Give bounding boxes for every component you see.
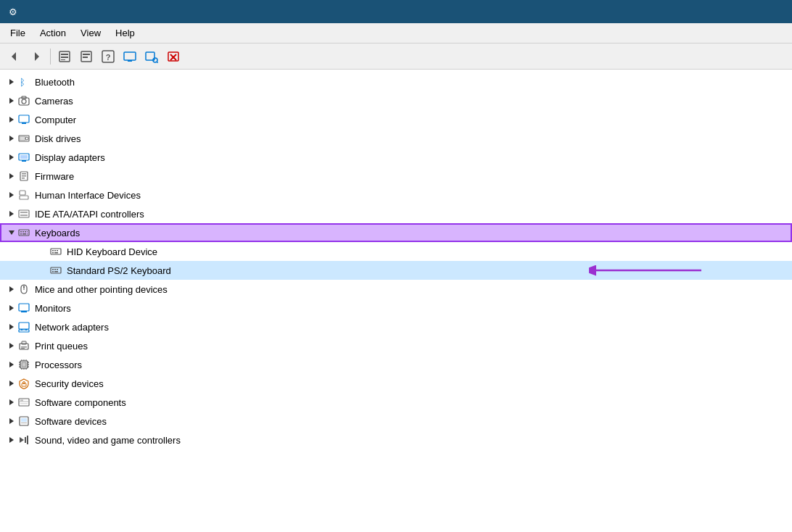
svg-rect-65 [54,269,56,270]
svg-marker-75 [9,305,14,311]
menu-action[interactable]: Action [33,25,73,41]
tree-item-firmware[interactable]: Firmware [0,167,792,186]
svg-rect-26 [19,115,29,122]
tree-item-sound,-video-and-game-controllers[interactable]: Sound, video and game controllers [0,431,792,449]
svg-rect-43 [20,196,28,199]
remove-device-button[interactable] [163,46,183,67]
svg-marker-106 [9,399,14,405]
tree-item-keyboards[interactable]: Keyboards [0,223,792,242]
menu-help[interactable]: Help [108,25,142,41]
device-icon [17,170,30,183]
tree-item-network-adapters[interactable]: Network adapters [0,317,792,336]
svg-rect-61 [52,252,54,254]
tree-item-processors[interactable]: Processors [0,355,792,374]
tree-item-display-adapters[interactable]: Display adapters [0,148,792,167]
expand-arrow[interactable] [6,378,17,389]
tree-item-bluetooth[interactable]: ᛒBluetooth [0,72,792,91]
expand-arrow[interactable] [6,359,17,370]
device-label: Sound, video and game controllers [35,435,181,446]
menu-view[interactable]: View [73,25,108,41]
expand-arrow[interactable] [6,283,17,295]
device-icon [17,358,30,371]
expand-arrow[interactable] [6,208,17,220]
expand-arrow[interactable] [6,302,17,314]
device-label: Software devices [35,416,107,427]
svg-rect-3 [61,54,68,55]
tree-item-computer[interactable]: Computer [0,110,792,129]
display-devices-button[interactable] [120,46,140,67]
back-button[interactable] [4,46,25,67]
svg-rect-76 [19,304,29,311]
device-icon [49,245,62,258]
expand-arrow[interactable] [6,434,17,446]
tree-item-disk-drives[interactable]: Disk drives [0,129,792,148]
help-button[interactable]: ? [98,46,118,67]
device-icon [17,283,30,296]
expand-arrow[interactable] [38,246,49,257]
device-icon [17,132,30,145]
device-icon [49,264,62,277]
tree-item-standard-ps/2-keyboard[interactable]: Standard PS/2 Keyboard [0,261,792,280]
titlebar-left: ⚙ [7,6,25,17]
expand-arrow[interactable] [6,340,17,352]
svg-rect-53 [27,231,28,233]
device-icon [17,302,30,315]
svg-point-74 [23,286,25,288]
expand-arrow[interactable] [6,114,17,125]
app-icon: ⚙ [7,6,19,17]
expand-arrow[interactable] [6,415,17,427]
minimize-button[interactable] [722,2,741,21]
svg-rect-90 [22,362,26,367]
tree-item-cameras[interactable]: Cameras [0,91,792,110]
tree-item-software-devices[interactable]: Software devices [0,412,792,431]
svg-rect-63 [51,267,61,273]
device-label: IDE ATA/ATAPI controllers [35,209,144,220]
forward-button[interactable] [26,46,46,67]
svg-rect-110 [20,403,28,404]
arrow-svg [589,259,705,281]
tree-item-monitors[interactable]: Monitors [0,299,792,317]
expand-arrow[interactable] [6,321,17,333]
svg-rect-86 [21,346,27,348]
expand-arrow[interactable] [6,133,17,144]
menubar: File Action View Help [0,23,792,43]
svg-rect-40 [22,178,25,179]
svg-rect-82 [25,329,27,331]
properties-button[interactable] [54,46,75,67]
expand-arrow[interactable] [6,95,17,107]
svg-rect-49 [19,230,29,236]
svg-marker-71 [9,286,14,292]
maximize-button[interactable] [744,2,763,21]
svg-rect-42 [20,191,25,195]
expand-arrow[interactable] [6,227,17,238]
device-label: Firmware [35,171,74,182]
svg-rect-34 [20,155,28,159]
expand-arrow[interactable] [6,170,17,182]
tree-item-security-devices[interactable]: Security devices [0,374,792,393]
expand-arrow[interactable] [6,189,17,201]
expand-arrow[interactable] [38,265,49,276]
device-label: Software components [35,397,126,408]
tree-item-ide-ata/atapi-controllers[interactable]: IDE ATA/ATAPI controllers [0,204,792,223]
device-label: Computer [35,115,76,125]
svg-rect-35 [22,160,26,162]
tree-item-print-queues[interactable]: Print queues [0,336,792,355]
svg-text:ᛒ: ᛒ [20,77,25,88]
tree-item-human-interface-devices[interactable]: Human Interface Devices [0,186,792,204]
tree-item-mice-and-other-pointing-devices[interactable]: Mice and other pointing devices [0,280,792,299]
svg-rect-7 [83,54,90,55]
expand-arrow[interactable] [6,76,17,88]
expand-arrow[interactable] [6,151,17,163]
scan-button[interactable] [141,46,162,67]
svg-rect-27 [22,122,26,124]
expand-arrow[interactable] [6,396,17,408]
svg-rect-12 [128,60,132,62]
svg-marker-115 [9,437,14,443]
tree-item-hid-keyboard-device[interactable]: HID Keyboard Device [0,242,792,261]
tree-item-software-components[interactable]: Software components [0,393,792,412]
close-button[interactable] [766,2,785,21]
update-driver-button[interactable] [76,46,96,67]
device-icon [17,433,30,446]
menu-file[interactable]: File [3,25,33,41]
svg-rect-113 [21,418,27,422]
